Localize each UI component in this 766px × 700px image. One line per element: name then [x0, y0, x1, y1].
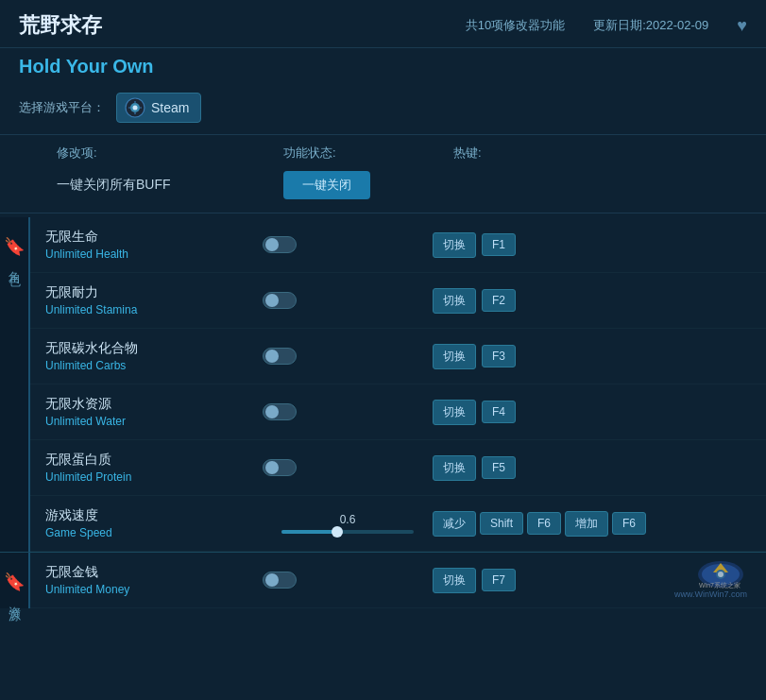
steam-label: Steam	[151, 100, 189, 115]
mod-item: 无限耐力 Unlimited Stamina 切换 F2	[30, 273, 766, 329]
toggle-health[interactable]	[263, 236, 297, 253]
mod-item: 无限碳水化合物 Unlimited Carbs 切换 F3	[30, 329, 766, 384]
resource-items-list: 无限金钱 Unlimited Money 切换 F7	[30, 553, 766, 608]
toggle-water[interactable]	[263, 403, 297, 420]
update-date: 更新日期:2022-02-09	[593, 17, 708, 34]
col-hotkey-header: 热键:	[453, 145, 747, 162]
toggle-protein[interactable]	[263, 459, 297, 476]
mod-cn-money: 无限金钱	[45, 564, 263, 581]
watermark-logo: Win7系统之家	[695, 554, 747, 589]
speed-shift-key[interactable]: Shift	[480, 512, 523, 535]
toggle-knob-money	[265, 573, 279, 587]
steam-platform-button[interactable]: Steam	[116, 93, 201, 123]
mod-en-money: Unlimited Money	[45, 583, 263, 596]
one-key-button[interactable]: 一键关闭	[283, 171, 370, 199]
hotkey-key-water[interactable]: F4	[482, 401, 516, 423]
mod-cn-speed: 游戏速度	[45, 507, 263, 524]
hotkey-toggle-stamina[interactable]: 切换	[433, 288, 476, 314]
resource-sidebar: 🔖 资源	[0, 553, 30, 608]
mod-toggle-protein	[263, 459, 433, 476]
mod-toggle-health	[263, 236, 433, 253]
hotkey-key-health[interactable]: F1	[482, 233, 516, 256]
toggle-knob-stamina	[265, 294, 279, 307]
hotkey-toggle-health[interactable]: 切换	[433, 232, 476, 258]
columns-header: 修改项: 功能状态: 热键:	[0, 135, 766, 167]
resource-sidebar-icon: 🔖	[4, 572, 25, 592]
mod-en-protein: Unlimited Protein	[45, 470, 263, 484]
watermark: Win7系统之家 www.WinWin7.com	[674, 554, 747, 599]
steam-icon	[125, 97, 145, 118]
bottom-section: 🔖 资源 无限金钱 Unlimited Money 切换 F7	[0, 553, 766, 608]
mod-en-carbs: Unlimited Carbs	[45, 359, 263, 372]
game-subtitle: Hold Your Own	[0, 48, 766, 87]
toggle-knob-water	[265, 405, 279, 418]
platform-row: 选择游戏平台： Steam	[0, 87, 766, 135]
watermark-url: www.WinWin7.com	[674, 589, 747, 599]
speed-slider-track[interactable]	[281, 530, 414, 534]
mod-cn-protein: 无限蛋白质	[45, 452, 263, 469]
one-key-label: 一键关闭所有BUFF	[57, 177, 283, 194]
mod-item: 无限生命 Unlimited Health 切换 F1	[30, 217, 766, 273]
mod-name-speed: 游戏速度 Game Speed	[45, 507, 263, 539]
app-title: 荒野求存	[19, 11, 102, 40]
speed-decrease-btn[interactable]: 减少	[433, 511, 476, 537]
mod-hotkey-protein: 切换 F5	[433, 455, 747, 481]
character-sidebar: 🔖 角色	[0, 217, 30, 552]
main-content: 🔖 角色 无限生命 Unlimited Health 切换 F1	[0, 217, 766, 552]
toggle-stamina[interactable]	[263, 292, 297, 309]
speed-slider-knob[interactable]	[332, 526, 343, 538]
mod-hotkey-carbs: 切换 F3	[433, 344, 747, 369]
toggle-carbs[interactable]	[263, 348, 297, 365]
mod-item: 无限蛋白质 Unlimited Protein 切换 F5	[30, 440, 766, 496]
hotkey-key-money[interactable]: F7	[482, 569, 516, 591]
mod-count: 共10项修改器功能	[466, 17, 565, 34]
speed-f6-key[interactable]: F6	[527, 512, 561, 535]
mod-item: 无限水资源 Unlimited Water 切换 F4	[30, 384, 766, 440]
mod-hotkey-water: 切换 F4	[433, 400, 747, 425]
speed-value: 0.6	[340, 513, 356, 526]
favorite-icon[interactable]: ♥	[737, 16, 747, 36]
speed-slider-fill	[281, 530, 334, 534]
mod-en-stamina: Unlimited Stamina	[45, 303, 263, 316]
mod-cn-health: 无限生命	[45, 229, 263, 246]
speed-f6-key2[interactable]: F6	[612, 512, 646, 535]
mod-cn-water: 无限水资源	[45, 396, 263, 413]
platform-label: 选择游戏平台：	[19, 99, 105, 116]
mod-toggle-water	[263, 403, 433, 420]
hotkey-toggle-protein[interactable]: 切换	[433, 455, 476, 481]
speed-increase-btn[interactable]: 增加	[565, 511, 608, 537]
character-sidebar-label: 角色	[6, 261, 23, 268]
mod-cn-carbs: 无限碳水化合物	[45, 340, 263, 357]
toggle-knob-health	[265, 238, 279, 251]
speed-hotkey: 减少 Shift F6 增加 F6	[433, 511, 747, 537]
hotkey-toggle-money[interactable]: 切换	[433, 568, 476, 593]
mod-hotkey-stamina: 切换 F2	[433, 288, 747, 314]
col-status-header: 功能状态:	[283, 145, 453, 162]
toggle-knob-protein	[265, 461, 279, 474]
character-sidebar-icon: 🔖	[4, 236, 25, 257]
mod-name-money: 无限金钱 Unlimited Money	[45, 564, 263, 596]
mod-toggle-stamina	[263, 292, 433, 309]
one-key-section: 一键关闭所有BUFF 一键关闭	[0, 167, 766, 213]
hotkey-key-protein[interactable]: F5	[482, 456, 516, 479]
mod-name-water: 无限水资源 Unlimited Water	[45, 396, 263, 428]
mod-hotkey-health: 切换 F1	[433, 232, 747, 258]
svg-point-2	[133, 106, 138, 111]
svg-point-7	[718, 572, 723, 577]
col-name-header: 修改项:	[57, 145, 283, 162]
hotkey-toggle-water[interactable]: 切换	[433, 400, 476, 425]
mod-name-health: 无限生命 Unlimited Health	[45, 229, 263, 261]
toggle-money[interactable]	[263, 572, 297, 589]
mod-items-list: 无限生命 Unlimited Health 切换 F1 无限耐力 Unlimi	[30, 217, 766, 552]
mod-en-health: Unlimited Health	[45, 248, 263, 261]
resource-sidebar-label: 资源	[6, 596, 23, 604]
hotkey-toggle-carbs[interactable]: 切换	[433, 344, 476, 369]
hotkey-key-carbs[interactable]: F3	[482, 345, 516, 367]
mod-name-carbs: 无限碳水化合物 Unlimited Carbs	[45, 340, 263, 372]
hotkey-key-stamina[interactable]: F2	[482, 289, 516, 312]
mod-name-protein: 无限蛋白质 Unlimited Protein	[45, 452, 263, 484]
mod-en-water: Unlimited Water	[45, 415, 263, 428]
speed-slider-area: 0.6	[263, 513, 433, 534]
mod-name-stamina: 无限耐力 Unlimited Stamina	[45, 284, 263, 316]
mod-en-speed: Game Speed	[45, 526, 263, 539]
